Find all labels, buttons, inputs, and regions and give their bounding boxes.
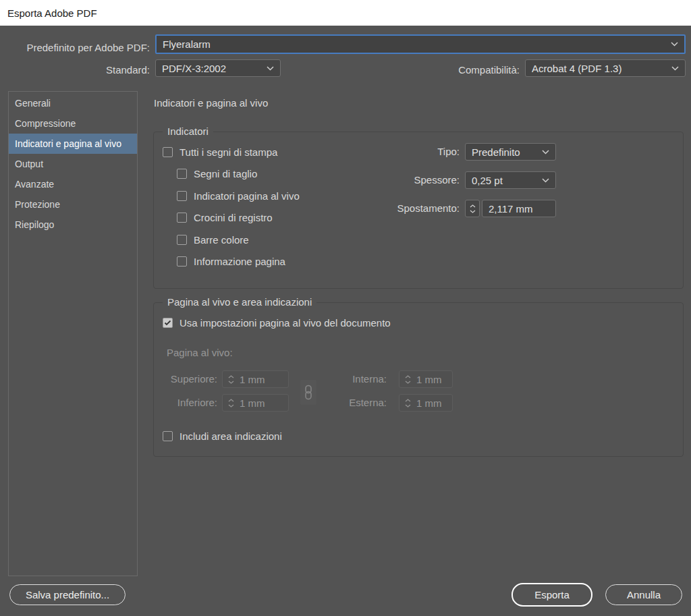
stepper-up-icon <box>228 399 234 402</box>
sidebar-item-label: Riepilogo <box>15 219 54 230</box>
stepper-down-icon[interactable] <box>470 210 476 213</box>
save-preset-button[interactable]: Salva predefinito... <box>9 584 126 605</box>
stepper-up-icon[interactable] <box>470 204 476 208</box>
stepper-up-icon <box>405 375 411 379</box>
preset-label: Predefinito per Adobe PDF: <box>0 38 150 57</box>
sidebar-item-label: Avanzate <box>15 179 54 190</box>
checkbox-usa-impostazioni-pagina-al-vivo[interactable]: Usa impostazioni pagina al vivo del docu… <box>163 317 391 329</box>
marks-group-legend: Indicatori <box>163 125 213 137</box>
checkbox-informazione-pagina[interactable]: Informazione pagina <box>177 256 285 267</box>
interna-field: 1 mm <box>399 370 453 388</box>
stepper-down-icon <box>405 404 411 408</box>
standard-value: PDF/X-3:2002 <box>162 63 262 74</box>
export-pdf-dialog: Predefinito per Adobe PDF: Flyeralarm St… <box>0 26 691 616</box>
standard-dropdown[interactable]: PDF/X-3:2002 <box>155 59 281 77</box>
chevron-down-icon <box>671 42 678 47</box>
checkbox-label: Usa impostazioni pagina al vivo del docu… <box>179 317 391 329</box>
sidebar-item-generali[interactable]: Generali <box>9 93 137 113</box>
checkbox-box[interactable] <box>177 256 187 267</box>
esterna-value: 1 mm <box>416 397 442 409</box>
spostamento-field[interactable]: 2,117 mm <box>482 200 556 217</box>
interna-label: Interna: <box>289 370 387 388</box>
interna-value: 1 mm <box>416 374 442 385</box>
compatibility-label: Compatibilità: <box>371 61 520 79</box>
sidebar-item-label: Indicatori e pagina al vivo <box>15 138 121 149</box>
superiore-field: 1 mm <box>222 370 289 388</box>
bleed-group: Pagina al vivo e area indicazioni Usa im… <box>153 302 684 457</box>
sidebar-item-indicatori-e-pagina-al-vivo[interactable]: Indicatori e pagina al vivo <box>9 134 137 154</box>
sidebar-item-compressione[interactable]: Compressione <box>9 113 137 134</box>
spostamento-stepper[interactable] <box>465 200 480 217</box>
checkbox-label: Barre colore <box>194 234 249 246</box>
stepper-down-icon <box>228 381 234 384</box>
tipo-dropdown[interactable]: Predefinito <box>465 143 556 161</box>
spessore-dropdown[interactable]: 0,25 pt <box>465 171 556 189</box>
chevron-down-icon <box>671 66 679 71</box>
checkbox-label: Informazione pagina <box>194 256 285 267</box>
checkbox-label: Includi area indicazioni <box>179 430 282 442</box>
sidebar-item-riepilogo[interactable]: Riepilogo <box>9 215 137 235</box>
inferiore-label: Inferiore: <box>154 394 217 412</box>
stepper-arrows <box>405 375 411 384</box>
chevron-down-icon <box>542 150 549 155</box>
cancel-button[interactable]: Annulla <box>605 584 682 605</box>
sidebar-item-label: Generali <box>15 98 51 109</box>
bleed-section-label: Pagina al vivo: <box>167 347 233 358</box>
spessore-label: Spessore: <box>154 171 460 189</box>
inferiore-field: 1 mm <box>222 394 289 412</box>
preset-dropdown[interactable]: Flyeralarm <box>155 34 686 54</box>
superiore-label: Superiore: <box>154 370 217 388</box>
stepper-up-icon <box>228 375 234 379</box>
chevron-down-icon <box>542 178 549 183</box>
export-button[interactable]: Esporta <box>512 583 592 607</box>
sidebar-item-protezione[interactable]: Protezione <box>9 194 137 215</box>
checkbox-box[interactable] <box>163 431 173 441</box>
stepper-arrows <box>228 399 234 408</box>
esterna-field: 1 mm <box>399 394 453 412</box>
compatibility-dropdown[interactable]: Acrobat 4 (PDF 1.3) <box>525 59 686 77</box>
marks-group: Indicatori Tutti i segni di stampa Segni… <box>153 132 684 289</box>
stepper-arrows <box>228 375 234 384</box>
window-title: Esporta Adobe PDF <box>7 7 97 19</box>
sidebar-item-output[interactable]: Output <box>9 154 137 174</box>
stepper-down-icon <box>228 404 234 408</box>
inferiore-value: 1 mm <box>240 397 265 409</box>
superiore-value: 1 mm <box>240 374 265 385</box>
checkmark-icon <box>164 320 171 326</box>
chevron-down-icon <box>267 66 274 71</box>
stepper-up-icon <box>405 399 411 402</box>
window-titlebar: Esporta Adobe PDF <box>0 0 691 26</box>
checkbox-box[interactable] <box>163 318 173 328</box>
sidebar-item-avanzate[interactable]: Avanzate <box>9 174 137 194</box>
page-title: Indicatori e pagina al vivo <box>154 97 268 109</box>
standard-label: Standard: <box>0 61 150 79</box>
stepper-down-icon <box>405 381 411 384</box>
tipo-label: Tipo: <box>154 143 460 161</box>
preset-value: Flyeralarm <box>163 38 667 50</box>
bleed-group-legend: Pagina al vivo e area indicazioni <box>163 296 316 308</box>
checkbox-box[interactable] <box>177 235 187 245</box>
sidebar-item-label: Output <box>15 159 43 169</box>
checkbox-includi-area-indicazioni[interactable]: Includi area indicazioni <box>163 430 282 442</box>
esterna-label: Esterna: <box>289 394 387 412</box>
tipo-value: Predefinito <box>472 146 538 158</box>
spostamento-value: 2,117 mm <box>489 203 533 215</box>
compatibility-value: Acrobat 4 (PDF 1.3) <box>532 63 667 74</box>
sidebar-item-label: Protezione <box>15 199 60 210</box>
spostamento-label: Spostamento: <box>154 200 460 217</box>
sections-list: Generali Compressione Indicatori e pagin… <box>8 91 138 576</box>
spessore-value: 0,25 pt <box>472 175 538 186</box>
checkbox-barre-colore[interactable]: Barre colore <box>177 234 249 246</box>
stepper-arrows <box>405 399 411 408</box>
sidebar-item-label: Compressione <box>15 118 76 129</box>
